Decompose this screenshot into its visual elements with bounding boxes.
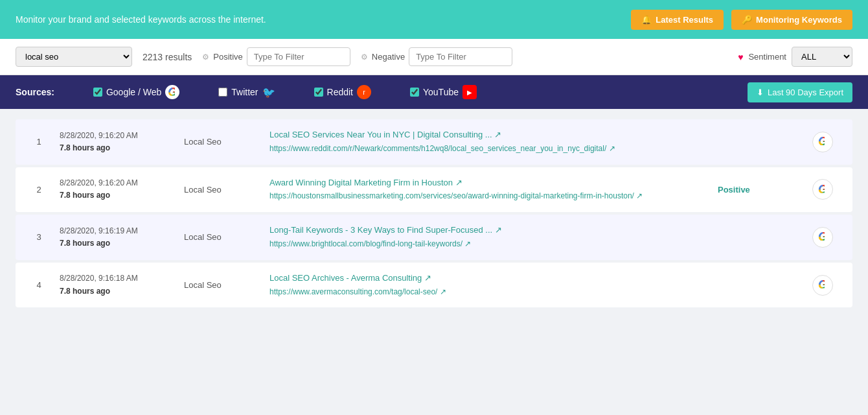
row-source: G bbox=[803, 275, 842, 296]
top-banner: Monitor your brand and selected keywords… bbox=[0, 0, 868, 39]
key-icon: 🔑 bbox=[742, 15, 752, 25]
twitter-label: Twitter bbox=[231, 87, 258, 97]
google-result-icon: G bbox=[812, 275, 833, 296]
reddit-checkbox[interactable] bbox=[314, 88, 323, 97]
keyword-select[interactable]: local seo brand monitoring seo services bbox=[16, 47, 132, 67]
reddit-label: Reddit bbox=[327, 87, 353, 97]
youtube-label: YouTube bbox=[423, 87, 459, 97]
table-row: 4 8/28/2020, 9:16:18 AM 7.8 hours ago Lo… bbox=[16, 263, 852, 308]
google-checkbox[interactable] bbox=[93, 88, 102, 97]
row-sentiment: Positive bbox=[718, 185, 795, 195]
youtube-checkbox[interactable] bbox=[410, 88, 419, 97]
results-container: 1 8/28/2020, 9:16:20 AM 7.8 hours ago Lo… bbox=[0, 109, 868, 320]
table-row: 2 8/28/2020, 9:16:20 AM 7.8 hours ago Lo… bbox=[16, 167, 852, 213]
result-url-link[interactable]: https://www.brightlocal.com/blog/find-lo… bbox=[269, 239, 471, 248]
row-source: G bbox=[803, 227, 842, 248]
table-row: 1 8/28/2020, 9:16:20 AM 7.8 hours ago Lo… bbox=[16, 119, 852, 165]
row-number: 3 bbox=[26, 232, 52, 242]
row-keyword: Local Seo bbox=[184, 232, 262, 242]
negative-filter-input[interactable] bbox=[409, 47, 512, 66]
table-row: 3 8/28/2020, 9:16:19 AM 7.8 hours ago Lo… bbox=[16, 215, 852, 260]
positive-label: Positive bbox=[213, 52, 243, 62]
negative-filter-group: ⚙ Negative bbox=[361, 47, 512, 66]
source-youtube[interactable]: YouTube ▶ bbox=[410, 85, 477, 99]
result-title-link[interactable]: Award Winning Digital Marketing Firm in … bbox=[269, 176, 710, 190]
row-datetime: 8/28/2020, 9:16:18 AM 7.8 hours ago bbox=[60, 272, 176, 297]
results-label: results bbox=[165, 52, 192, 62]
filter-icon-negative: ⚙ bbox=[361, 53, 368, 62]
sources-bar: Sources: Google / Web G Twitter 🐦 Reddit… bbox=[0, 75, 868, 109]
twitter-icon: 🐦 bbox=[262, 86, 275, 99]
row-source: G bbox=[803, 179, 842, 200]
heart-icon: ♥ bbox=[738, 52, 743, 62]
result-title-link[interactable]: Local SEO Services Near You in NYC | Dig… bbox=[269, 128, 710, 142]
filter-icon-positive: ⚙ bbox=[202, 53, 209, 62]
youtube-icon: ▶ bbox=[463, 85, 477, 99]
sentiment-label: Sentiment bbox=[748, 52, 786, 62]
row-datetime: 8/28/2020, 9:16:19 AM 7.8 hours ago bbox=[60, 225, 176, 250]
row-keyword: Local Seo bbox=[184, 185, 262, 195]
row-content: Long-Tail Keywords - 3 Key Ways to Find … bbox=[269, 224, 710, 251]
result-title-link[interactable]: Long-Tail Keywords - 3 Key Ways to Find … bbox=[269, 224, 710, 237]
latest-results-button[interactable]: 🔔 Latest Results bbox=[631, 10, 724, 30]
positive-filter-group: ⚙ Positive bbox=[202, 47, 350, 66]
download-icon: ⬇ bbox=[757, 88, 764, 97]
negative-label: Negative bbox=[372, 52, 405, 62]
row-content: Local SEO Archives - Averma Consulting ↗… bbox=[269, 272, 710, 299]
sources-label: Sources: bbox=[16, 87, 54, 97]
positive-filter-input[interactable] bbox=[247, 47, 350, 66]
google-result-icon: G bbox=[812, 132, 833, 152]
result-url-link[interactable]: https://houstonsmallbusinessmarketing.co… bbox=[269, 191, 643, 200]
filter-bar: local seo brand monitoring seo services … bbox=[0, 39, 868, 75]
google-label: Google / Web bbox=[106, 87, 161, 97]
row-number: 4 bbox=[26, 280, 52, 290]
result-title-link[interactable]: Local SEO Archives - Averma Consulting ↗ bbox=[269, 272, 710, 285]
source-twitter[interactable]: Twitter 🐦 bbox=[218, 86, 275, 99]
result-url-link[interactable]: https://www.avermaconsulting.com/tag/loc… bbox=[269, 287, 446, 296]
google-result-icon: G bbox=[812, 227, 833, 248]
source-google[interactable]: Google / Web G bbox=[93, 85, 179, 99]
row-keyword: Local Seo bbox=[184, 280, 262, 290]
row-datetime: 8/28/2020, 9:16:20 AM 7.8 hours ago bbox=[60, 130, 176, 154]
bell-icon: 🔔 bbox=[641, 15, 652, 25]
row-content: Award Winning Digital Marketing Firm in … bbox=[269, 176, 710, 204]
row-keyword: Local Seo bbox=[184, 137, 262, 147]
export-button[interactable]: ⬇ Last 90 Days Export bbox=[748, 82, 852, 102]
row-number: 1 bbox=[26, 137, 52, 147]
row-number: 2 bbox=[26, 185, 52, 195]
results-count: 2213 results bbox=[143, 52, 192, 62]
row-content: Local SEO Services Near You in NYC | Dig… bbox=[269, 128, 710, 156]
row-datetime: 8/28/2020, 9:16:20 AM 7.8 hours ago bbox=[60, 177, 176, 202]
sentiment-select[interactable]: ALL Positive Negative Neutral bbox=[792, 47, 852, 67]
banner-text: Monitor your brand and selected keywords… bbox=[16, 14, 266, 25]
result-url-link[interactable]: https://www.reddit.com/r/Newark/comments… bbox=[269, 144, 615, 153]
google-result-icon: G bbox=[812, 179, 833, 200]
source-reddit[interactable]: Reddit r bbox=[314, 85, 371, 99]
banner-buttons: 🔔 Latest Results 🔑 Monitoring Keywords bbox=[631, 10, 852, 30]
twitter-checkbox[interactable] bbox=[218, 88, 227, 97]
sentiment-group: ♥ Sentiment ALL Positive Negative Neutra… bbox=[738, 47, 852, 67]
google-icon: G bbox=[165, 85, 179, 99]
monitoring-keywords-button[interactable]: 🔑 Monitoring Keywords bbox=[731, 10, 852, 30]
reddit-icon: r bbox=[357, 85, 371, 99]
row-source: G bbox=[803, 132, 842, 152]
